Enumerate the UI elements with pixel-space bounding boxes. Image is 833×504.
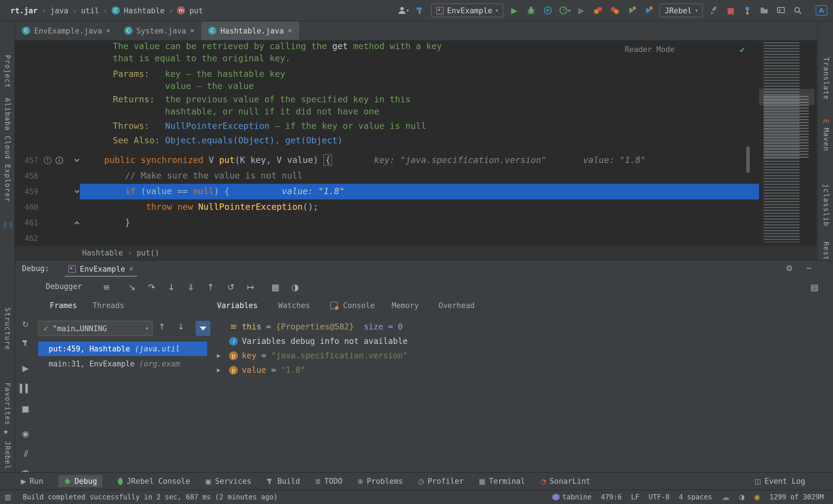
brackets-icon[interactable]: {:} (3, 221, 13, 228)
overrides-marker-icon[interactable]: ↑ (44, 157, 51, 164)
caret-position[interactable]: 479:6 (601, 493, 622, 501)
fold-chevron-icon[interactable] (75, 157, 79, 162)
line-number[interactable]: 462 (15, 231, 38, 245)
code-text[interactable]: throw new NullPointerException(); (104, 199, 318, 215)
status-message[interactable]: Build completed successfully in 2 sec, 6… (23, 493, 278, 501)
run-config-combo[interactable]: EnvExample ▾ (431, 3, 503, 17)
paintbrush-icon[interactable] (708, 4, 720, 17)
code-text[interactable]: // Make sure the value is not null (104, 168, 303, 184)
sidebar-item-project[interactable]: Project (3, 55, 11, 88)
terminal-window-icon[interactable] (775, 4, 787, 17)
toolwindow-build[interactable]: Build (266, 477, 300, 485)
run-button[interactable]: ▶ (508, 4, 520, 17)
code-text[interactable]: if (value == null) { value: "1.8" (104, 184, 344, 199)
profiler-button[interactable]: ▾ (559, 4, 570, 17)
toolwindow-event-log[interactable]: ◫ Event Log (754, 477, 805, 485)
line-number[interactable]: 457 (15, 153, 38, 168)
code-text[interactable]: } (104, 215, 130, 231)
code-text[interactable]: public synchronized V put(K key, V value… (104, 153, 646, 168)
overridden-marker-icon[interactable]: ↓ (55, 157, 63, 164)
toolwindow-terminal[interactable]: ▦ Terminal (479, 477, 525, 485)
tab-console[interactable]: Console (343, 301, 375, 310)
threads-menu-icon[interactable]: ≡ (99, 280, 113, 294)
minimap-viewport[interactable] (759, 89, 814, 105)
memory-indicator[interactable]: 1299 of 3029M (769, 493, 824, 501)
breadcrumb-rt-jar[interactable]: rt.jar (10, 6, 38, 15)
sidebar-item-translate[interactable]: Translate (822, 57, 830, 100)
build-hammer-icon[interactable] (414, 4, 426, 17)
variable-row-this[interactable]: ≡ this = {Properties@582} size = 0 (15, 320, 833, 334)
tab-hashtable-java[interactable]: C Hashtable.java × (201, 21, 299, 40)
line-number[interactable]: 461 (15, 215, 38, 231)
step-out-icon[interactable]: ↑ (204, 280, 217, 294)
debug-session-tab[interactable]: EnvExample × (65, 262, 137, 277)
reset-frame-icon[interactable]: ↺ (224, 280, 238, 294)
breadcrumb-method[interactable]: put() (137, 249, 159, 257)
mute-breakpoints-icon[interactable]: ∕∕ (19, 446, 32, 460)
tab-overhead[interactable]: Overhead (438, 301, 475, 310)
show-execution-point-icon[interactable]: ↘ (125, 280, 139, 294)
run-with-coverage-icon[interactable] (542, 4, 554, 17)
toolwindow-profiler[interactable]: ◷ Profiler (418, 477, 463, 485)
variable-row-value[interactable]: ▶ p value = "1.8" (15, 363, 833, 377)
jrebel-run-icon[interactable] (626, 4, 638, 17)
flame-graph-icon[interactable] (609, 4, 621, 17)
fold-chevron-icon[interactable] (75, 188, 79, 193)
sidebar-item-jclasslib[interactable]: jclasslib (822, 184, 830, 227)
fold-end-icon[interactable] (75, 221, 79, 226)
sidebar-item-maven[interactable]: Maven (822, 128, 830, 151)
breadcrumb-java[interactable]: java (50, 6, 69, 15)
stop-button[interactable]: ■ (725, 4, 736, 17)
toolwindow-jrebel-console[interactable]: JRebel Console (117, 477, 190, 485)
run-to-cursor-icon[interactable]: ↦ (243, 280, 257, 294)
toolwindow-services[interactable]: ▣ Services (205, 477, 251, 485)
tab-memory[interactable]: Memory (391, 301, 419, 310)
layout-settings-icon[interactable]: ▤ (808, 280, 822, 294)
variable-row-key[interactable]: ▶ p key = "java.specification.version" (15, 349, 833, 363)
translate-icon[interactable]: A (816, 5, 827, 16)
breadcrumb-put[interactable]: put (189, 6, 203, 15)
plugin-icon[interactable] (742, 4, 753, 17)
indent-setting[interactable]: 4 spaces (679, 493, 712, 501)
tab-variables[interactable]: Variables (217, 301, 258, 310)
breadcrumb-hashtable[interactable]: Hashtable (124, 6, 165, 15)
expand-chevron-icon[interactable]: ▶ (215, 349, 222, 363)
tabnine-widget[interactable]: tabnine (552, 493, 592, 501)
project-structure-icon[interactable] (758, 4, 770, 17)
step-into-icon[interactable]: ↓ (164, 280, 178, 294)
user-account-icon[interactable]: ▾ (397, 4, 409, 17)
async-profiler-icon[interactable] (592, 4, 604, 17)
close-icon[interactable]: × (190, 27, 194, 35)
editor-scrollbar[interactable] (746, 146, 750, 173)
sidebar-item-jrebel[interactable]: JRebel (3, 441, 11, 470)
jrebel-combo[interactable]: JRebel ▾ (660, 3, 703, 17)
toolwindow-sonarlint[interactable]: ◔ SonarLint (540, 477, 590, 485)
search-icon[interactable] (792, 4, 804, 17)
tab-watches[interactable]: Watches (278, 301, 310, 310)
jrebel-debug-icon[interactable] (643, 4, 654, 17)
sidebar-item-structure[interactable]: Structure (3, 307, 11, 350)
tab-system-java[interactable]: C System.java × (117, 21, 201, 40)
close-icon[interactable]: × (129, 265, 133, 273)
tab-threads[interactable]: Threads (93, 301, 124, 310)
step-over-icon[interactable]: ↷ (145, 280, 159, 294)
minimize-icon[interactable]: ─ (806, 263, 811, 273)
close-icon[interactable]: × (288, 27, 292, 35)
gauge-icon[interactable]: ◑ (739, 493, 745, 501)
toolwindow-switcher-icon[interactable]: ▥ (5, 493, 11, 501)
trace-settings-icon[interactable]: ◑ (288, 280, 302, 294)
star-icon[interactable]: ★ (3, 428, 9, 436)
tab-frames[interactable]: Frames (50, 301, 77, 310)
toolwindow-run[interactable]: ▶ Run (21, 477, 43, 485)
line-ending[interactable]: LF (631, 493, 639, 501)
editor[interactable]: The value can be retrieved by calling th… (15, 41, 817, 245)
line-number[interactable]: 460 (15, 199, 38, 215)
file-encoding[interactable]: UTF-8 (648, 493, 669, 501)
cloud-icon[interactable]: ☁ (721, 493, 730, 502)
debug-button[interactable] (525, 4, 537, 17)
gear-icon[interactable]: ⚙ (786, 263, 793, 273)
reader-mode-label[interactable]: Reader Mode (625, 45, 674, 54)
sidebar-item-favorites[interactable]: Favorites (3, 383, 11, 425)
line-number[interactable]: 458 (15, 168, 38, 184)
minimap[interactable] (759, 41, 814, 245)
